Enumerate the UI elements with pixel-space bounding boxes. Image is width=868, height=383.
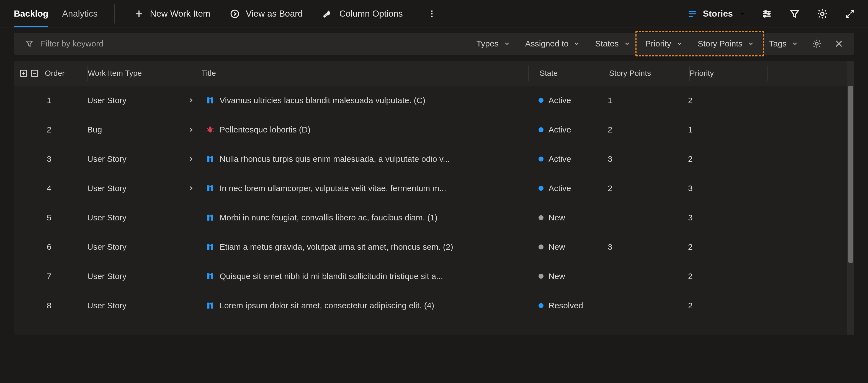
svg-rect-14 xyxy=(209,186,211,187)
cell-state: New xyxy=(527,272,608,281)
cell-type: User Story xyxy=(87,154,181,164)
cell-priority: 2 xyxy=(688,242,766,252)
user-story-icon xyxy=(205,183,215,193)
expand-row-button[interactable] xyxy=(181,156,201,162)
column-header-priority[interactable]: Priority xyxy=(690,69,767,78)
column-options-label: Column Options xyxy=(339,8,403,19)
cell-title[interactable]: Pellentesque lobortis (D) xyxy=(181,125,527,135)
cell-order: 5 xyxy=(35,213,87,222)
chevron-down-icon xyxy=(574,40,580,47)
state-text: Active xyxy=(549,96,571,105)
cell-title[interactable]: Lorem ipsum dolor sit amet, consectetur … xyxy=(181,301,527,311)
expand-all-button[interactable] xyxy=(19,67,28,79)
gear-icon xyxy=(817,8,828,20)
new-work-item-button[interactable]: New Work Item xyxy=(131,7,213,21)
state-text: New xyxy=(549,272,565,281)
column-header-state[interactable]: State xyxy=(529,69,609,78)
column-header-type[interactable]: Work Item Type xyxy=(88,69,182,78)
chevron-down-icon xyxy=(676,40,683,47)
cell-title[interactable]: Quisque sit amet nibh id mi blandit soll… xyxy=(181,271,527,281)
view-options-button[interactable] xyxy=(760,7,774,21)
filter-types[interactable]: Types xyxy=(470,36,516,51)
cell-story-points: 2 xyxy=(608,184,688,193)
state-dot xyxy=(538,127,544,132)
expand-row-button[interactable] xyxy=(181,126,201,133)
state-text: Active xyxy=(549,154,571,164)
filter-settings-button[interactable] xyxy=(810,37,824,50)
column-options-button[interactable]: Column Options xyxy=(319,7,405,21)
cell-title[interactable]: Morbi in nunc feugiat, convallis libero … xyxy=(181,213,527,222)
tabs: Backlog Analytics xyxy=(14,0,98,27)
toolbar: Backlog Analytics New Work Item View as … xyxy=(0,0,868,28)
svg-rect-18 xyxy=(209,303,211,305)
title-text: Etiam a metus gravida, volutpat urna sit… xyxy=(220,242,453,252)
new-work-item-label: New Work Item xyxy=(150,8,210,19)
filter-icon xyxy=(789,8,800,20)
filter-icon xyxy=(25,39,34,48)
table-row[interactable]: 2BugPellentesque lobortis (D)Active21 xyxy=(14,115,847,144)
table-row[interactable]: 6User StoryEtiam a metus gravida, volutp… xyxy=(14,232,847,262)
table-row[interactable]: 8User StoryLorem ipsum dolor sit amet, c… xyxy=(14,291,847,320)
cell-story-points: 3 xyxy=(608,242,688,252)
chevron-down-icon xyxy=(738,10,746,18)
cell-title[interactable]: Vivamus ultricies lacus blandit malesuad… xyxy=(181,95,527,105)
cell-title[interactable]: Nulla rhoncus turpis quis enim malesuada… xyxy=(181,154,527,164)
chevron-down-icon xyxy=(504,40,510,47)
filter-tags-label: Tags xyxy=(769,39,786,48)
table-row[interactable]: 3User StoryNulla rhoncus turpis quis eni… xyxy=(14,144,847,174)
title-text: Nulla rhoncus turpis quis enim malesuada… xyxy=(220,154,450,164)
fullscreen-button[interactable] xyxy=(843,7,857,21)
filter-toggle-button[interactable] xyxy=(788,7,802,21)
cell-state: Resolved xyxy=(527,301,608,310)
cell-state: Active xyxy=(527,96,608,105)
close-filter-button[interactable] xyxy=(832,37,846,50)
cell-state: New xyxy=(527,242,608,252)
cell-priority: 2 xyxy=(688,272,766,281)
sliders-icon xyxy=(762,8,773,20)
settings-button[interactable] xyxy=(815,7,829,21)
cell-priority: 3 xyxy=(688,184,766,193)
state-dot xyxy=(538,98,544,103)
filter-assigned-to[interactable]: Assigned to xyxy=(519,36,586,51)
expand-row-button[interactable] xyxy=(181,97,201,104)
filter-story-points[interactable]: Story Points xyxy=(692,36,760,51)
filter-tags[interactable]: Tags xyxy=(763,36,804,51)
column-header-story-points[interactable]: Story Points xyxy=(609,69,689,78)
table-row[interactable]: 1User StoryVivamus ultricies lacus bland… xyxy=(14,86,847,115)
more-actions-button[interactable] xyxy=(425,7,439,21)
filter-priority[interactable]: Priority xyxy=(639,36,689,51)
svg-point-3 xyxy=(431,16,432,17)
cell-title[interactable]: Etiam a metus gravida, volutpat urna sit… xyxy=(181,242,527,252)
table-row[interactable]: 5User StoryMorbi in nunc feugiat, conval… xyxy=(14,203,847,232)
tab-analytics[interactable]: Analytics xyxy=(62,0,97,27)
table-row[interactable]: 4User StoryIn nec lorem ullamcorper, vul… xyxy=(14,174,847,203)
svg-point-0 xyxy=(231,10,238,18)
cell-title[interactable]: In nec lorem ullamcorper, vulputate veli… xyxy=(181,183,527,193)
title-text: Vivamus ultricies lacus blandit malesuad… xyxy=(220,96,425,105)
filter-states[interactable]: States xyxy=(589,36,636,51)
filter-keyword-input[interactable] xyxy=(41,39,207,48)
filter-input-wrap xyxy=(25,39,207,48)
grid-header: Order Work Item Type Title State Story P… xyxy=(14,61,847,86)
cell-state: Active xyxy=(527,125,608,134)
view-as-board-button[interactable]: View as Board xyxy=(227,7,306,21)
table-row[interactable]: 7User StoryQuisque sit amet nibh id mi b… xyxy=(14,262,847,291)
backlog-level-selector[interactable]: Stories xyxy=(687,8,746,19)
state-text: Resolved xyxy=(549,301,583,310)
vertical-scrollbar[interactable] xyxy=(847,61,854,335)
cell-story-points: 2 xyxy=(608,125,688,134)
tab-backlog[interactable]: Backlog xyxy=(14,0,48,27)
state-dot xyxy=(538,156,544,162)
column-header-order[interactable]: Order xyxy=(35,69,88,78)
user-story-icon xyxy=(205,242,215,252)
column-header-title[interactable]: Title xyxy=(182,69,528,78)
grid-body: 1User StoryVivamus ultricies lacus bland… xyxy=(14,86,847,320)
fullscreen-icon xyxy=(845,9,855,19)
chevron-down-icon xyxy=(748,40,754,47)
bug-icon xyxy=(205,125,215,135)
work-item-grid: Order Work Item Type Title State Story P… xyxy=(14,61,854,335)
state-text: Active xyxy=(549,125,571,134)
expand-row-button[interactable] xyxy=(181,185,201,192)
scrollbar-thumb[interactable] xyxy=(848,86,853,263)
cell-type: User Story xyxy=(87,96,181,105)
